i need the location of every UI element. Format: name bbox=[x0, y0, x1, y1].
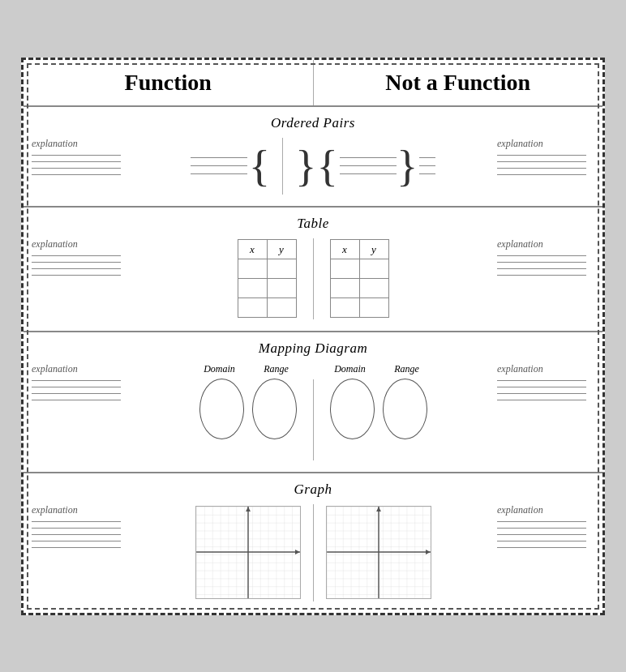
table-explanation-right-label: explanation bbox=[497, 238, 543, 250]
mapping-right-lines bbox=[497, 380, 586, 400]
op-right-lines bbox=[497, 155, 586, 175]
graph-divider bbox=[313, 504, 314, 601]
exp-line bbox=[32, 387, 121, 387]
table-cell bbox=[330, 279, 359, 298]
table-cell bbox=[238, 259, 267, 279]
exp-line bbox=[497, 275, 586, 276]
exp-line bbox=[497, 400, 586, 400]
left-brace-icon: { bbox=[249, 143, 270, 188]
header-row: Function Not a Function bbox=[24, 60, 602, 107]
op-notfunction-brace: } { } bbox=[295, 143, 435, 188]
table-cell bbox=[330, 259, 359, 279]
function-graph-svg bbox=[196, 507, 300, 598]
exp-line bbox=[497, 534, 586, 535]
op-explanation-right: explanation bbox=[497, 138, 594, 175]
op-notfunc-lines bbox=[340, 157, 397, 174]
exp-line bbox=[497, 262, 586, 263]
table-cell bbox=[359, 298, 388, 318]
exp-line bbox=[32, 547, 121, 548]
mapping-explanation-left: explanation bbox=[32, 363, 129, 400]
not-function-ovals bbox=[330, 379, 427, 439]
op-explanation-left-label: explanation bbox=[32, 138, 129, 150]
exp-line bbox=[497, 161, 586, 162]
right-brace-close-icon: } bbox=[295, 143, 316, 188]
table-col-y: y bbox=[267, 240, 296, 259]
mapping-explanation-left-label: explanation bbox=[32, 363, 129, 375]
exp-line bbox=[32, 534, 121, 535]
table-cell bbox=[238, 279, 267, 298]
exp-line bbox=[32, 155, 121, 156]
range-label-right: Range bbox=[383, 363, 431, 375]
exp-line bbox=[497, 174, 586, 175]
exp-line bbox=[32, 400, 121, 400]
exp-line bbox=[419, 165, 435, 166]
exp-line bbox=[32, 268, 121, 269]
table-left-lines bbox=[32, 255, 129, 276]
right-brace-open-icon: { bbox=[317, 143, 338, 188]
mapping-center: Domain Range Domain Range bbox=[129, 363, 497, 460]
table-explanation-right: explanation bbox=[497, 238, 594, 276]
table-cell bbox=[238, 298, 267, 318]
exp-line bbox=[497, 541, 586, 541]
table-content: explanation x y bbox=[24, 238, 602, 319]
table-cell bbox=[330, 298, 359, 318]
exp-line bbox=[32, 521, 121, 522]
exp-line bbox=[497, 255, 586, 256]
exp-line bbox=[497, 547, 586, 548]
section-divider bbox=[282, 138, 283, 195]
exp-line bbox=[419, 173, 435, 174]
exp-line bbox=[32, 161, 121, 162]
graph-center bbox=[129, 504, 497, 601]
worksheet-page: Function Not a Function Ordered Pairs ex… bbox=[21, 58, 605, 615]
not-function-graph bbox=[326, 506, 431, 599]
op-center: { } { } bbox=[129, 138, 497, 195]
function-mapping: Domain Range bbox=[195, 363, 301, 439]
exp-line bbox=[32, 528, 121, 529]
not-function-header: Not a Function bbox=[314, 60, 603, 105]
exp-line bbox=[191, 157, 247, 158]
exp-line bbox=[32, 541, 121, 541]
range-oval-right bbox=[383, 379, 427, 439]
mapping-explanation-right: explanation bbox=[497, 363, 594, 400]
graph-explanation-left-label: explanation bbox=[32, 504, 129, 516]
op-func-lines bbox=[191, 157, 247, 174]
table-right-lines bbox=[497, 255, 586, 276]
graph-left-lines bbox=[32, 521, 129, 548]
op-explanation-right-label: explanation bbox=[497, 138, 543, 150]
op-explanation-left: explanation bbox=[32, 138, 129, 175]
domain-label-left: Domain bbox=[195, 363, 244, 375]
domain-oval-left bbox=[199, 379, 244, 439]
table-divider bbox=[313, 238, 314, 319]
table-cell bbox=[267, 298, 296, 318]
not-function-graph-svg bbox=[327, 507, 431, 598]
table-explanation-left-label: explanation bbox=[32, 238, 129, 250]
exp-line bbox=[340, 173, 397, 174]
mapping-section: Mapping Diagram explanation Domain R bbox=[24, 332, 602, 473]
exp-line bbox=[497, 380, 586, 381]
mapping-title: Mapping Diagram bbox=[24, 340, 602, 357]
table-explanation-left: explanation bbox=[32, 238, 129, 276]
function-graph bbox=[195, 506, 301, 599]
exp-line bbox=[340, 157, 397, 158]
exp-line bbox=[497, 528, 586, 529]
table-section: Table explanation x bbox=[24, 208, 602, 332]
table-cell bbox=[267, 279, 296, 298]
exp-line bbox=[497, 155, 586, 156]
exp-line bbox=[191, 165, 247, 166]
graph-title: Graph bbox=[24, 482, 602, 498]
exp-line bbox=[419, 157, 435, 158]
not-function-mapping: Domain Range bbox=[326, 363, 431, 439]
exp-line bbox=[497, 387, 586, 387]
ordered-pairs-content: explanation { bbox=[24, 138, 602, 195]
graph-explanation-right-label: explanation bbox=[497, 504, 543, 516]
mapping-divider bbox=[313, 379, 314, 460]
domain-oval-right bbox=[330, 379, 375, 439]
ordered-pairs-section: Ordered Pairs explanation bbox=[24, 107, 602, 208]
mapping-left-lines bbox=[32, 380, 129, 400]
exp-line bbox=[32, 255, 121, 256]
table-cell bbox=[359, 259, 388, 279]
exp-line bbox=[32, 275, 121, 276]
domain-label-right: Domain bbox=[326, 363, 375, 375]
end-brace-icon: } bbox=[397, 143, 418, 188]
table-col-x2: x bbox=[330, 240, 359, 259]
